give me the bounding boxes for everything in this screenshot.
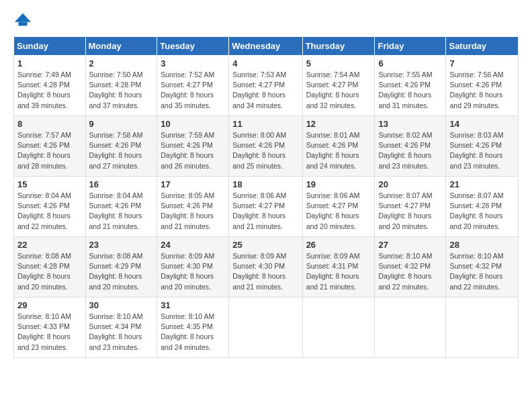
header-row: SundayMondayTuesdayWednesdayThursdayFrid… [14, 37, 519, 56]
day-info: Sunrise: 7:55 AMSunset: 4:26 PMDaylight:… [378, 70, 442, 111]
day-number: 27 [378, 240, 442, 250]
calendar-cell: 23Sunrise: 8:08 AMSunset: 4:29 PMDayligh… [85, 237, 157, 298]
calendar-cell: 20Sunrise: 8:07 AMSunset: 4:27 PMDayligh… [375, 177, 446, 237]
day-info: Sunrise: 7:58 AMSunset: 4:26 PMDaylight:… [89, 130, 154, 171]
calendar-table: SundayMondayTuesdayWednesdayThursdayFrid… [13, 36, 519, 358]
day-number: 3 [161, 58, 225, 68]
day-info: Sunrise: 7:57 AMSunset: 4:26 PMDaylight:… [17, 130, 82, 171]
day-number: 30 [89, 300, 154, 310]
day-number: 9 [89, 119, 154, 129]
day-number: 25 [232, 240, 298, 250]
column-header-friday: Friday [375, 37, 446, 56]
day-info: Sunrise: 8:10 AMSunset: 4:32 PMDaylight:… [449, 251, 515, 292]
calendar-cell: 11Sunrise: 8:00 AMSunset: 4:26 PMDayligh… [229, 116, 302, 177]
day-number: 10 [161, 119, 225, 129]
day-number: 6 [378, 58, 442, 68]
logo-icon [13, 11, 32, 30]
column-header-saturday: Saturday [446, 37, 519, 56]
day-info: Sunrise: 8:10 AMSunset: 4:34 PMDaylight:… [89, 312, 154, 353]
calendar-cell: 6Sunrise: 7:55 AMSunset: 4:26 PMDaylight… [375, 56, 446, 116]
day-info: Sunrise: 8:07 AMSunset: 4:27 PMDaylight:… [378, 191, 442, 232]
day-info: Sunrise: 7:49 AMSunset: 4:28 PMDaylight:… [17, 70, 82, 111]
calendar-cell: 26Sunrise: 8:09 AMSunset: 4:31 PMDayligh… [302, 237, 375, 298]
calendar-cell: 8Sunrise: 7:57 AMSunset: 4:26 PMDaylight… [14, 116, 86, 177]
calendar-cell: 12Sunrise: 8:01 AMSunset: 4:26 PMDayligh… [302, 116, 375, 177]
calendar-cell: 25Sunrise: 8:09 AMSunset: 4:30 PMDayligh… [229, 237, 302, 298]
day-number: 20 [378, 179, 442, 189]
calendar-cell: 21Sunrise: 8:07 AMSunset: 4:28 PMDayligh… [446, 177, 519, 237]
day-info: Sunrise: 8:10 AMSunset: 4:33 PMDaylight:… [17, 312, 82, 353]
calendar-cell: 7Sunrise: 7:56 AMSunset: 4:26 PMDaylight… [446, 56, 519, 116]
svg-rect-1 [18, 22, 27, 26]
day-number: 7 [449, 58, 515, 68]
day-number: 12 [306, 119, 371, 129]
day-info: Sunrise: 8:08 AMSunset: 4:29 PMDaylight:… [89, 251, 154, 292]
day-info: Sunrise: 8:02 AMSunset: 4:26 PMDaylight:… [378, 130, 442, 171]
day-info: Sunrise: 7:53 AMSunset: 4:27 PMDaylight:… [232, 70, 298, 111]
calendar-cell: 31Sunrise: 8:10 AMSunset: 4:35 PMDayligh… [157, 298, 229, 358]
calendar-week-5: 29Sunrise: 8:10 AMSunset: 4:33 PMDayligh… [14, 298, 519, 358]
day-number: 16 [89, 179, 154, 189]
calendar-cell: 10Sunrise: 7:59 AMSunset: 4:26 PMDayligh… [157, 116, 229, 177]
day-info: Sunrise: 7:56 AMSunset: 4:26 PMDaylight:… [449, 70, 515, 111]
calendar-cell: 3Sunrise: 7:52 AMSunset: 4:27 PMDaylight… [157, 56, 229, 116]
day-number: 17 [161, 179, 225, 189]
day-number: 8 [17, 119, 82, 129]
day-number: 29 [17, 300, 82, 310]
day-info: Sunrise: 8:09 AMSunset: 4:30 PMDaylight:… [232, 251, 298, 292]
day-number: 22 [17, 240, 82, 250]
calendar-cell [229, 298, 302, 358]
day-info: Sunrise: 8:05 AMSunset: 4:26 PMDaylight:… [161, 191, 225, 232]
calendar-week-4: 22Sunrise: 8:08 AMSunset: 4:28 PMDayligh… [14, 237, 519, 298]
day-info: Sunrise: 7:59 AMSunset: 4:26 PMDaylight:… [161, 130, 225, 171]
calendar-cell: 30Sunrise: 8:10 AMSunset: 4:34 PMDayligh… [85, 298, 157, 358]
calendar-cell: 18Sunrise: 8:06 AMSunset: 4:27 PMDayligh… [229, 177, 302, 237]
column-header-monday: Monday [85, 37, 157, 56]
day-number: 18 [232, 179, 298, 189]
calendar-cell: 4Sunrise: 7:53 AMSunset: 4:27 PMDaylight… [229, 56, 302, 116]
calendar-cell [375, 298, 446, 358]
column-header-sunday: Sunday [14, 37, 86, 56]
day-info: Sunrise: 8:06 AMSunset: 4:27 PMDaylight:… [306, 191, 371, 232]
calendar-cell: 2Sunrise: 7:50 AMSunset: 4:28 PMDaylight… [85, 56, 157, 116]
calendar-cell: 19Sunrise: 8:06 AMSunset: 4:27 PMDayligh… [302, 177, 375, 237]
day-number: 28 [449, 240, 515, 250]
day-info: Sunrise: 7:50 AMSunset: 4:28 PMDaylight:… [89, 70, 154, 111]
calendar-cell: 13Sunrise: 8:02 AMSunset: 4:26 PMDayligh… [375, 116, 446, 177]
day-info: Sunrise: 8:07 AMSunset: 4:28 PMDaylight:… [449, 191, 515, 232]
calendar-cell: 17Sunrise: 8:05 AMSunset: 4:26 PMDayligh… [157, 177, 229, 237]
column-header-thursday: Thursday [302, 37, 375, 56]
calendar-cell: 15Sunrise: 8:04 AMSunset: 4:26 PMDayligh… [14, 177, 86, 237]
day-info: Sunrise: 8:04 AMSunset: 4:26 PMDaylight:… [89, 191, 154, 232]
calendar-cell [302, 298, 375, 358]
svg-marker-0 [15, 13, 31, 22]
day-number: 24 [161, 240, 225, 250]
day-info: Sunrise: 8:01 AMSunset: 4:26 PMDaylight:… [306, 130, 371, 171]
calendar-cell: 5Sunrise: 7:54 AMSunset: 4:27 PMDaylight… [302, 56, 375, 116]
day-info: Sunrise: 8:08 AMSunset: 4:28 PMDaylight:… [17, 251, 82, 292]
calendar-week-2: 8Sunrise: 7:57 AMSunset: 4:26 PMDaylight… [14, 116, 519, 177]
calendar-week-3: 15Sunrise: 8:04 AMSunset: 4:26 PMDayligh… [14, 177, 519, 237]
day-info: Sunrise: 8:09 AMSunset: 4:30 PMDaylight:… [161, 251, 225, 292]
calendar-cell: 14Sunrise: 8:03 AMSunset: 4:26 PMDayligh… [446, 116, 519, 177]
column-header-wednesday: Wednesday [229, 37, 302, 56]
day-number: 15 [17, 179, 82, 189]
day-number: 31 [161, 300, 225, 310]
calendar-week-1: 1Sunrise: 7:49 AMSunset: 4:28 PMDaylight… [14, 56, 519, 116]
logo [13, 11, 35, 30]
calendar-cell: 24Sunrise: 8:09 AMSunset: 4:30 PMDayligh… [157, 237, 229, 298]
header [13, 11, 519, 30]
calendar-cell: 1Sunrise: 7:49 AMSunset: 4:28 PMDaylight… [14, 56, 86, 116]
calendar-cell: 29Sunrise: 8:10 AMSunset: 4:33 PMDayligh… [14, 298, 86, 358]
day-info: Sunrise: 7:54 AMSunset: 4:27 PMDaylight:… [306, 70, 371, 111]
day-number: 19 [306, 179, 371, 189]
day-number: 5 [306, 58, 371, 68]
calendar-cell: 27Sunrise: 8:10 AMSunset: 4:32 PMDayligh… [375, 237, 446, 298]
day-info: Sunrise: 8:09 AMSunset: 4:31 PMDaylight:… [306, 251, 371, 292]
day-number: 11 [232, 119, 298, 129]
day-info: Sunrise: 8:10 AMSunset: 4:35 PMDaylight:… [161, 312, 225, 353]
calendar-cell: 16Sunrise: 8:04 AMSunset: 4:26 PMDayligh… [85, 177, 157, 237]
day-info: Sunrise: 8:10 AMSunset: 4:32 PMDaylight:… [378, 251, 442, 292]
calendar-cell: 9Sunrise: 7:58 AMSunset: 4:26 PMDaylight… [85, 116, 157, 177]
calendar-cell [446, 298, 519, 358]
